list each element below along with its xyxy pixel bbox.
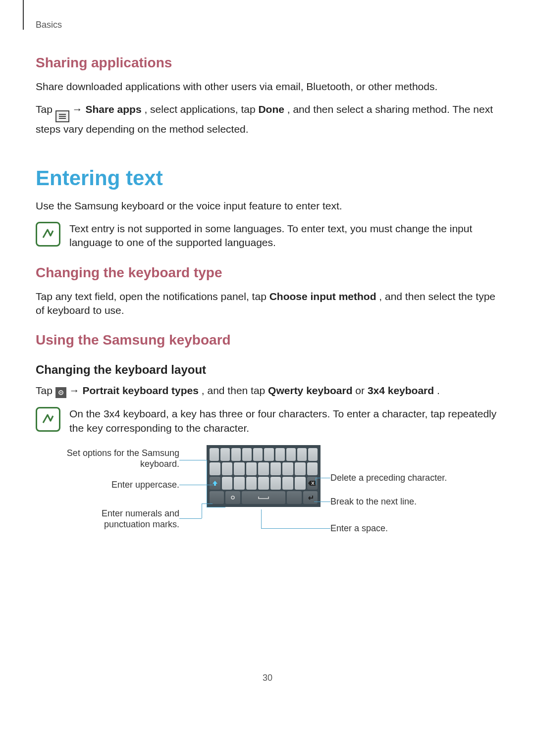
sharing-steps: Tap → Share apps , select applications, … — [36, 102, 499, 136]
note-text: On the 3x4 keyboard, a key has three or … — [69, 407, 499, 435]
sym-key — [210, 491, 224, 504]
breadcrumb: Basics — [36, 20, 499, 30]
label-done: Done — [258, 103, 284, 115]
heading-entering-text: Entering text — [36, 166, 499, 190]
heading-changing-layout: Changing the keyboard layout — [36, 363, 499, 377]
heading-using-kb: Using the Samsung keyboard — [36, 332, 499, 348]
text: , and then tap — [202, 385, 268, 396]
space-key — [242, 491, 285, 504]
sharing-intro: Share downloaded applications with other… — [36, 80, 499, 94]
keyboard-diagram: Set options for the Samsung keyboard. En… — [36, 445, 499, 564]
label-qwerty: Qwerty keyboard — [268, 385, 352, 396]
svg-point-1 — [60, 392, 61, 394]
text: → — [72, 103, 86, 115]
text: or — [355, 385, 368, 396]
note-icon — [36, 222, 60, 247]
changing-layout-para: Tap → Portrait keyboard types , and then… — [36, 384, 499, 398]
callout-settings: Set options for the Samsung keyboard. — [55, 448, 179, 469]
note-block-2: On the 3x4 keyboard, a key has three or … — [36, 407, 499, 435]
text: . — [437, 385, 440, 396]
heading-sharing: Sharing applications — [36, 55, 499, 71]
shift-key — [210, 477, 220, 490]
keyboard-image — [207, 445, 321, 507]
callout-break: Break to the next line. — [330, 497, 454, 507]
text: Tap — [36, 103, 55, 115]
svg-point-2 — [231, 496, 234, 499]
page-number: 30 — [36, 673, 499, 683]
note-icon — [36, 407, 60, 432]
text: → — [69, 385, 83, 396]
enter-key — [303, 491, 318, 504]
callout-space: Enter a space. — [330, 523, 454, 534]
dot-key — [287, 491, 301, 504]
gear-icon — [55, 387, 66, 398]
label-portrait: Portrait keyboard types — [82, 385, 199, 396]
callout-delete: Delete a preceding character. — [330, 473, 454, 484]
side-rule — [23, 0, 24, 30]
text: , select applications, tap — [144, 103, 258, 115]
label-share-apps: Share apps — [85, 103, 141, 115]
settings-key — [225, 491, 240, 504]
text: Tap any text field, open the notificatio… — [36, 291, 269, 302]
heading-changing-type: Changing the keyboard type — [36, 265, 499, 281]
text: Tap — [36, 385, 55, 396]
callout-uppercase: Enter uppercase. — [55, 480, 179, 491]
note-text: Text entry is not supported in some lang… — [69, 222, 499, 250]
menu-icon — [55, 110, 69, 122]
note-block: Text entry is not supported in some lang… — [36, 222, 499, 250]
entering-intro: Use the Samsung keyboard or the voice in… — [36, 199, 499, 213]
label-3x4: 3x4 keyboard — [368, 385, 434, 396]
callout-numerals: Enter numerals and punctuation marks. — [55, 508, 179, 530]
changing-type-para: Tap any text field, open the notificatio… — [36, 290, 499, 318]
label-choose-input: Choose input method — [269, 291, 376, 302]
